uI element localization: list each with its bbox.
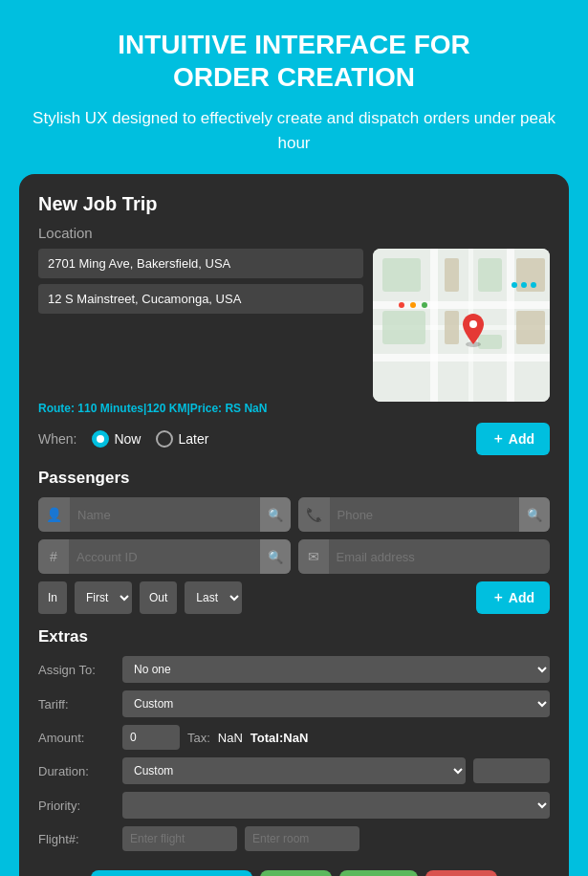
when-row: When: Now Later ＋ Add: [38, 423, 550, 455]
total-label: Total:NaN: [250, 731, 308, 745]
svg-rect-13: [445, 311, 459, 344]
amount-row: Amount: Tax: NaN Total:NaN: [38, 725, 550, 750]
account-id-input[interactable]: [69, 544, 260, 570]
duration-row: Duration: Custom: [38, 757, 550, 784]
map-container: [373, 249, 550, 402]
in-button[interactable]: In: [38, 581, 67, 614]
book-button[interactable]: Book: [260, 870, 332, 876]
tariff-select[interactable]: Custom: [122, 690, 550, 717]
duration-extra-input[interactable]: [473, 758, 550, 783]
svg-rect-9: [382, 311, 425, 344]
email-input-group: ✉: [298, 539, 551, 574]
phone-search-button[interactable]: 🔍: [519, 497, 550, 532]
svg-point-16: [469, 320, 477, 328]
svg-point-21: [521, 282, 527, 288]
header-section: INTUITIVE INTERFACE FOR ORDER CREATION S…: [0, 0, 588, 174]
assign-to-row: Assign To: No one: [38, 656, 550, 683]
svg-point-17: [399, 302, 404, 308]
name-input-group: 👤 🔍: [38, 497, 291, 532]
first-select[interactable]: First Last: [75, 581, 132, 614]
new-job-trip-card: New Job Trip Location: [19, 174, 569, 876]
svg-point-22: [531, 282, 536, 288]
card-title: New Job Trip: [38, 193, 550, 215]
amount-label: Amount:: [38, 731, 115, 745]
inout-row: In First Last Out Last First ＋ Add: [38, 581, 550, 614]
person-icon: 👤: [38, 497, 70, 532]
assign-to-label: Assign To:: [38, 663, 115, 677]
now-radio-inner: [97, 435, 104, 443]
name-input[interactable]: [70, 502, 260, 528]
later-label: Later: [178, 431, 208, 447]
passengers-title: Passengers: [38, 469, 550, 488]
amount-input[interactable]: [122, 725, 180, 750]
tax-label: Tax:: [187, 731, 210, 745]
location-inputs: [38, 249, 363, 314]
header-subtitle: Stylish UX designed to effectively creat…: [19, 106, 569, 155]
svg-rect-14: [516, 311, 545, 344]
email-icon: ✉: [298, 539, 329, 574]
header-title: INTUITIVE INTERFACE FOR ORDER CREATION: [19, 29, 569, 93]
tariff-label: Tariff:: [38, 697, 115, 712]
priority-row: Priority: High Low: [38, 792, 550, 819]
priority-label: Priority:: [38, 799, 115, 813]
svg-rect-3: [373, 354, 550, 361]
svg-rect-8: [478, 258, 502, 292]
last-select[interactable]: Last First: [185, 581, 242, 614]
check-surge-button[interactable]: Check Surge Pricing: [91, 870, 252, 876]
duration-select[interactable]: Custom: [122, 757, 466, 784]
account-search-button[interactable]: 🔍: [260, 539, 291, 574]
out-button[interactable]: Out: [140, 581, 177, 614]
svg-point-20: [512, 282, 517, 288]
svg-rect-10: [478, 335, 502, 349]
svg-point-18: [410, 302, 416, 308]
now-radio-circle: [92, 430, 109, 448]
clear-button[interactable]: Clear: [425, 870, 497, 876]
location-label: Location: [38, 225, 550, 241]
from-input[interactable]: [38, 249, 363, 278]
svg-rect-11: [445, 258, 459, 292]
when-label: When:: [38, 431, 76, 447]
svg-rect-6: [507, 249, 514, 402]
now-label: Now: [114, 431, 141, 447]
location-add-label: Add: [509, 431, 534, 447]
name-search-button[interactable]: 🔍: [260, 497, 291, 532]
account-input-group: # 🔍: [38, 539, 291, 574]
tax-value: NaN: [218, 731, 243, 745]
now-radio[interactable]: Now: [92, 430, 141, 448]
room-input[interactable]: [245, 826, 359, 851]
hash-icon: #: [38, 539, 69, 574]
svg-rect-12: [516, 258, 545, 292]
svg-point-19: [422, 302, 427, 308]
phone-input-group: 📞 🔍: [298, 497, 551, 532]
check-button[interactable]: Check: [339, 870, 418, 876]
later-radio[interactable]: Later: [156, 430, 208, 448]
passengers-section: Passengers 👤 🔍 📞 🔍 # 🔍 ✉: [38, 469, 550, 614]
priority-select[interactable]: High Low: [122, 792, 550, 819]
location-add-button[interactable]: ＋ Add: [476, 423, 550, 455]
passengers-add-button[interactable]: ＋ Add: [476, 581, 550, 614]
extras-section: Extras Assign To: No one Tariff: Custom …: [38, 627, 550, 851]
email-input[interactable]: [329, 544, 551, 570]
tariff-row: Tariff: Custom: [38, 690, 550, 717]
to-input[interactable]: [38, 284, 363, 314]
phone-input[interactable]: [330, 502, 520, 528]
flight-label: Flight#:: [38, 832, 115, 846]
flight-row: Flight#:: [38, 826, 550, 851]
extras-title: Extras: [38, 627, 550, 646]
name-phone-row: 👤 🔍 📞 🔍: [38, 497, 550, 532]
flight-input[interactable]: [122, 826, 237, 851]
passengers-add-label: Add: [509, 590, 534, 605]
phone-icon: 📞: [298, 497, 330, 532]
svg-rect-7: [382, 258, 421, 292]
svg-rect-4: [430, 249, 438, 402]
assign-to-select[interactable]: No one: [122, 656, 550, 683]
later-radio-circle: [156, 430, 173, 448]
account-email-row: # 🔍 ✉: [38, 539, 550, 574]
duration-label: Duration:: [38, 764, 115, 778]
actions-row: Check Surge Pricing Book Check Clear: [38, 870, 550, 876]
route-info: Route: 110 Minutes|120 KM|Price: RS NaN: [38, 402, 550, 415]
